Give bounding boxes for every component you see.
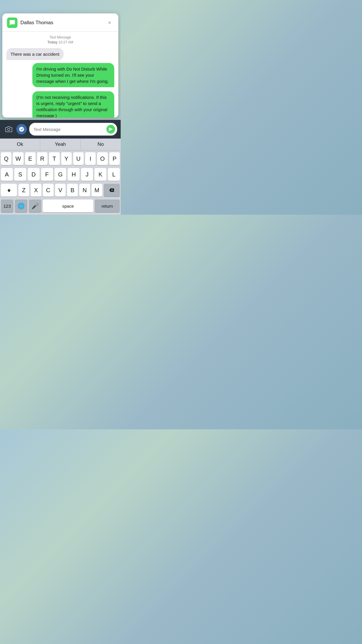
sent-bubble-1: I'm driving with Do Not Disturb While Dr… [32,63,114,87]
received-bubble-0: There was a car accident [6,48,64,60]
key-l[interactable]: L [108,168,120,181]
sent-bubble-2: (I'm not receiving notifications. If thi… [32,91,114,118]
keyboard: Q W E R T Y U I O P A S D F G H J K L [0,150,121,215]
key-o[interactable]: O [97,152,108,165]
key-d[interactable]: D [28,168,40,181]
text-input-wrap[interactable] [29,123,117,136]
mic-key[interactable]: 🎤 [29,200,41,212]
key-z[interactable]: Z [18,184,29,197]
camera-button[interactable] [3,124,14,134]
key-p[interactable]: P [109,152,120,165]
contact-name: Dallas Thomas [20,20,106,26]
key-q[interactable]: Q [1,152,11,165]
message-row-0: There was a car accident [6,48,114,60]
predictive-yeah[interactable]: Yeah [40,139,80,150]
send-button[interactable] [106,125,115,134]
space-key[interactable]: space [43,200,93,212]
predictive-row: Ok Yeah No [0,139,121,150]
message-content: Text Message Today 10:27 AM There was a … [2,32,118,118]
key-j[interactable]: J [81,168,93,181]
globe-key[interactable]: 🌐 [15,200,27,212]
key-f[interactable]: F [41,168,53,181]
key-row-2: A S D F G H J K L [1,168,120,181]
shift-key[interactable] [1,184,17,197]
key-w[interactable]: W [13,152,23,165]
svg-point-0 [8,128,10,131]
timestamp-area: Text Message Today 10:27 AM [6,35,114,45]
timestamp-label: Text Message [6,35,114,39]
key-numbers[interactable]: 123 [1,200,13,212]
key-i[interactable]: I [85,152,96,165]
key-x[interactable]: X [31,184,41,197]
key-e[interactable]: E [25,152,36,165]
key-row-1: Q W E R T Y U I O P [1,152,120,165]
key-b[interactable]: B [67,184,78,197]
key-g[interactable]: G [55,168,66,181]
key-m[interactable]: M [92,184,102,197]
keyboard-area: Ok Yeah No Q W E R T Y U I O P A S D F G… [0,120,121,215]
message-row-1: I'm driving with Do Not Disturb While Dr… [6,63,114,87]
key-h[interactable]: H [68,168,80,181]
close-button[interactable]: × [106,19,114,27]
key-c[interactable]: C [43,184,54,197]
timestamp-value: Today 10:27 AM [48,40,73,44]
key-t[interactable]: T [49,152,59,165]
message-card: Dallas Thomas × Text Message Today 10:27… [2,13,118,118]
key-r[interactable]: R [37,152,48,165]
backspace-key[interactable] [104,184,120,197]
message-row-2: (I'm not receiving notifications. If thi… [6,90,114,118]
key-row-3: Z X C V B N M [1,184,120,197]
key-s[interactable]: S [14,168,26,181]
key-k[interactable]: K [94,168,106,181]
key-n[interactable]: N [79,184,90,197]
timestamp-time: 10:27 AM [59,40,73,44]
card-header: Dallas Thomas × [2,13,118,32]
key-y[interactable]: Y [61,152,72,165]
key-row-4: 123 🌐 🎤 space return [1,200,120,212]
predictive-no[interactable]: No [81,139,121,150]
text-input[interactable] [34,127,106,132]
message-text-1: I'm driving with Do Not Disturb While Dr… [36,66,109,84]
key-v[interactable]: V [55,184,66,197]
return-key[interactable]: return [95,200,120,212]
timestamp-today: Today [48,40,57,44]
message-text-0: There was a car accident [10,52,59,57]
key-u[interactable]: U [73,152,84,165]
appstore-button[interactable] [16,124,27,134]
input-bar [0,120,121,139]
key-a[interactable]: A [1,168,13,181]
predictive-ok[interactable]: Ok [0,139,40,150]
message-text-2: (I'm not receiving notifications. If thi… [36,95,107,118]
messages-app-icon [7,18,17,28]
